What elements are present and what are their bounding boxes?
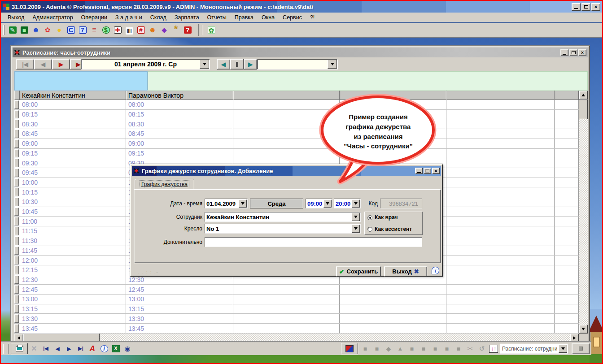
- grid-cell[interactable]: [555, 158, 579, 168]
- holiday-balloons-button[interactable]: ✿: [42, 25, 53, 35]
- grid-cell[interactable]: [233, 149, 340, 158]
- menu-item-2[interactable]: Операции: [77, 13, 111, 22]
- time-cell[interactable]: 12:00: [20, 256, 126, 265]
- menu-item-9[interactable]: Сервис: [279, 13, 306, 22]
- time-cell[interactable]: 08:45: [20, 129, 126, 139]
- menu-item-7[interactable]: Правка: [231, 13, 258, 22]
- time-cell[interactable]: 09:00: [126, 139, 233, 148]
- row-selector[interactable]: [14, 295, 19, 303]
- h-scrollbar[interactable]: [14, 334, 579, 342]
- menu-item-8[interactable]: Окна: [258, 13, 279, 22]
- radio-as-assistant[interactable]: Как ассистент: [367, 226, 419, 232]
- time-cell[interactable]: 09:00: [20, 139, 126, 148]
- schedule-maximize-button[interactable]: [569, 49, 577, 56]
- time-cell[interactable]: 12:45: [126, 285, 233, 294]
- save-button[interactable]: ✔ Сохранить: [336, 266, 381, 277]
- v-scroll-track[interactable]: [579, 91, 588, 334]
- time-cell[interactable]: 12:45: [20, 285, 126, 294]
- grid-cell[interactable]: [555, 304, 579, 314]
- time-cell[interactable]: 10:30: [20, 197, 126, 207]
- scroll-right-button[interactable]: [570, 334, 579, 342]
- calendar-7-button[interactable]: 7: [77, 25, 88, 35]
- grid-cell[interactable]: [340, 100, 446, 109]
- excel-button[interactable]: X: [110, 343, 121, 354]
- time-cell[interactable]: 13:30: [126, 314, 233, 323]
- employee-combobox[interactable]: Кежайкин Константин: [205, 212, 361, 222]
- time-from-dropdown-button[interactable]: [323, 199, 332, 208]
- time-cell[interactable]: 08:15: [126, 110, 233, 119]
- time-cell[interactable]: 13:15: [20, 304, 126, 314]
- grid-cell[interactable]: [446, 217, 555, 226]
- menu-item-10[interactable]: ?!: [306, 13, 319, 22]
- row-selector[interactable]: [14, 314, 19, 323]
- time-cell[interactable]: 09:15: [20, 149, 126, 158]
- filter-combobox[interactable]: [257, 59, 338, 69]
- grid-cell[interactable]: [555, 295, 579, 304]
- time-cell[interactable]: 11:15: [20, 226, 126, 236]
- grid-cell[interactable]: [446, 129, 555, 139]
- grid-cell[interactable]: [555, 226, 579, 236]
- close-button[interactable]: ×: [591, 3, 600, 11]
- cash-grid-button[interactable]: #: [135, 25, 146, 35]
- palette-button[interactable]: ◆: [159, 25, 170, 35]
- grid-cell[interactable]: [446, 168, 555, 178]
- grid-cell[interactable]: [340, 324, 446, 333]
- row-selector-header[interactable]: [14, 91, 20, 100]
- grid-cell[interactable]: [446, 324, 555, 333]
- report-logo-button[interactable]: [341, 343, 358, 354]
- menu-item-4[interactable]: Склад: [146, 13, 170, 22]
- row-selector[interactable]: [14, 285, 19, 294]
- calendar-c-button[interactable]: C: [66, 25, 76, 35]
- dialog-date-dropdown-button[interactable]: [239, 199, 247, 208]
- row-selector[interactable]: [14, 188, 19, 196]
- grid-cell[interactable]: [555, 149, 579, 158]
- grid-cell[interactable]: [555, 168, 579, 178]
- pdf-button[interactable]: A: [87, 343, 98, 354]
- time-cell[interactable]: 10:15: [20, 187, 126, 197]
- grid-cell[interactable]: [233, 304, 340, 314]
- time-cell[interactable]: 13:00: [20, 295, 126, 304]
- clear-button[interactable]: ✕: [29, 343, 39, 354]
- grid-cell[interactable]: [555, 265, 579, 275]
- panel-toggle-button[interactable]: [572, 343, 590, 354]
- row-selector[interactable]: [14, 198, 19, 206]
- time-cell[interactable]: 13:00: [126, 295, 233, 304]
- grid-cell[interactable]: [233, 100, 340, 109]
- money-button[interactable]: $: [100, 25, 111, 35]
- grid-cell[interactable]: [446, 246, 555, 256]
- clock-button[interactable]: ●: [54, 25, 65, 35]
- v-scroll-thumb[interactable]: [579, 100, 588, 119]
- staff-button[interactable]: ☻: [147, 25, 158, 35]
- grid-cell[interactable]: [446, 295, 555, 304]
- grid-cell[interactable]: [446, 187, 555, 197]
- row-selector[interactable]: [14, 110, 19, 119]
- row-selector[interactable]: [14, 247, 19, 255]
- grid-cell[interactable]: [555, 129, 579, 139]
- grid-cell[interactable]: [555, 256, 579, 265]
- scroll-up-button[interactable]: [579, 91, 588, 100]
- import-export-button[interactable]: ↓↑: [487, 343, 500, 354]
- grid-cell[interactable]: [233, 110, 340, 119]
- column-header-2[interactable]: Парамонов Виктор: [126, 91, 233, 100]
- chair-combobox[interactable]: No 1: [205, 224, 361, 234]
- time-cell[interactable]: 11:30: [20, 236, 126, 246]
- row-selector[interactable]: [14, 324, 19, 333]
- grid-cell[interactable]: [446, 119, 555, 129]
- grid-cell[interactable]: [340, 295, 446, 304]
- grid-cell[interactable]: [555, 246, 579, 256]
- row-selector[interactable]: [14, 266, 19, 274]
- menu-item-5[interactable]: Зарплата: [170, 13, 203, 22]
- row-selector[interactable]: [14, 256, 19, 264]
- grid-cell[interactable]: [446, 158, 555, 168]
- date-next-button[interactable]: ▶: [52, 59, 70, 69]
- row-selector[interactable]: [14, 237, 19, 245]
- help-book-button[interactable]: ?: [182, 25, 193, 35]
- employee-dropdown-button[interactable]: [352, 213, 360, 221]
- dialog-close-button[interactable]: ×: [432, 168, 440, 174]
- time-cell[interactable]: 08:30: [20, 119, 126, 129]
- time-cell[interactable]: 13:45: [126, 324, 233, 333]
- grid-cell[interactable]: [446, 197, 555, 207]
- dialog-minimize-button[interactable]: [415, 168, 423, 174]
- view-selector-dropdown-button[interactable]: [559, 345, 567, 353]
- nav-prev-button[interactable]: ◀: [52, 343, 63, 354]
